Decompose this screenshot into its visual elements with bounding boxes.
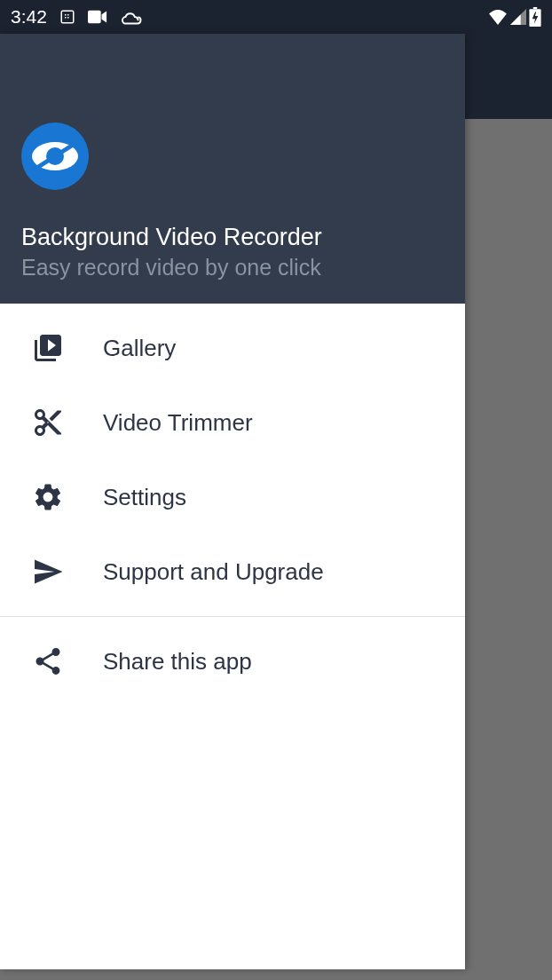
status-time: 3:42 bbox=[11, 6, 47, 28]
svg-rect-3 bbox=[533, 7, 537, 9]
drawer-header: Background Video Recorder Easy record vi… bbox=[0, 34, 465, 304]
menu-list: Gallery Video Trimmer Settings bbox=[0, 304, 465, 699]
menu-label: Video Trimmer bbox=[103, 409, 253, 437]
gear-icon bbox=[32, 481, 64, 513]
share-icon bbox=[32, 645, 64, 677]
app-title: Background Video Recorder bbox=[21, 224, 444, 251]
menu-label: Settings bbox=[103, 484, 186, 511]
scissors-icon bbox=[32, 407, 64, 439]
signal-icon bbox=[510, 9, 526, 25]
gallery-icon bbox=[32, 332, 64, 364]
divider bbox=[0, 616, 465, 617]
navigation-drawer: Background Video Recorder Easy record vi… bbox=[0, 34, 465, 969]
battery-icon bbox=[529, 7, 541, 27]
status-left: 3:42 bbox=[11, 6, 143, 28]
menu-item-support[interactable]: Support and Upgrade bbox=[0, 534, 465, 609]
cloud-icon bbox=[120, 9, 143, 25]
menu-item-gallery[interactable]: Gallery bbox=[0, 304, 465, 385]
menu-item-trimmer[interactable]: Video Trimmer bbox=[0, 385, 465, 460]
app-subtitle: Easy record video by one click bbox=[21, 255, 444, 281]
menu-item-settings[interactable]: Settings bbox=[0, 460, 465, 534]
menu-item-share[interactable]: Share this app bbox=[0, 624, 465, 699]
wifi-icon bbox=[488, 9, 508, 25]
svg-rect-1 bbox=[88, 11, 101, 24]
send-icon bbox=[32, 556, 64, 588]
keyboard-icon bbox=[59, 9, 75, 25]
video-icon bbox=[88, 10, 107, 24]
status-bar: 3:42 bbox=[0, 0, 552, 34]
app-icon bbox=[21, 122, 89, 190]
menu-label: Share this app bbox=[103, 648, 252, 676]
menu-label: Support and Upgrade bbox=[103, 558, 324, 586]
status-right bbox=[488, 7, 541, 27]
menu-label: Gallery bbox=[103, 335, 176, 362]
